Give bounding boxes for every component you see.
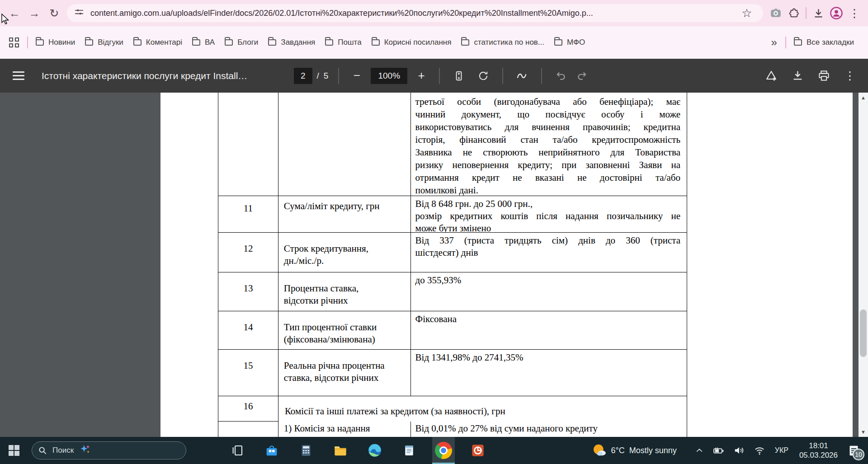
bookmark-folder-vidguky[interactable]: Відгуки — [80, 34, 128, 51]
url-text[interactable]: content.amigo.com.ua/uploads/elFinder/do… — [90, 9, 731, 18]
scrollbar-thumb[interactable] — [860, 309, 867, 357]
edge-browser-button[interactable] — [363, 437, 386, 464]
bookmark-folder-blogy[interactable]: Блоги — [220, 34, 263, 51]
pdf-more-icon[interactable]: ⋮ — [841, 67, 859, 85]
folder-icon — [268, 39, 276, 46]
weather-sun-cloud-icon — [592, 443, 606, 458]
apps-grid-icon[interactable] — [9, 37, 19, 47]
reload-button[interactable]: ↻ — [44, 3, 64, 23]
bookmark-folder-komentari[interactable]: Коментарі — [128, 34, 187, 51]
pdf-menu-icon[interactable] — [13, 71, 24, 80]
network-wifi-icon[interactable] — [754, 445, 765, 456]
download-icon[interactable] — [788, 67, 807, 85]
page-separator: / — [317, 71, 319, 81]
zoom-out-button[interactable]: − — [349, 69, 364, 83]
taskbar-search-input[interactable]: Поиск — [32, 441, 186, 459]
table-row-13: 13 Процентна ставка, відсотки річних до … — [218, 272, 687, 311]
page-number-input[interactable]: 2 — [294, 68, 312, 84]
fit-to-page-icon[interactable] — [450, 67, 468, 85]
mouse-cursor — [1, 14, 11, 27]
zoom-level-input[interactable]: 100% — [371, 68, 407, 84]
bookmarks-divider — [27, 37, 28, 48]
folder-icon — [794, 39, 802, 46]
powerpoint-button[interactable] — [467, 437, 489, 464]
weather-description: Mostly sunny — [629, 446, 677, 455]
pdf-toolbar: Істотні характеристики послуги кредит In… — [0, 59, 868, 93]
file-explorer-button[interactable] — [329, 437, 352, 464]
characteristics-table: третьої особи (вигодонабувача або бенефі… — [218, 93, 687, 437]
microsoft-store-button[interactable] — [260, 437, 283, 464]
folder-icon — [461, 39, 469, 46]
bookmarks-divider — [785, 37, 786, 48]
pdf-viewer-area: третьої особи (вигодонабувача або бенефі… — [0, 93, 868, 437]
clock-widget[interactable]: 18:01 05.03.2026 — [799, 441, 838, 460]
screenshot-camera-icon[interactable] — [767, 4, 785, 22]
add-annotation-icon[interactable] — [762, 67, 780, 85]
bookmark-folder-statystyka[interactable]: статистика по нов... — [456, 34, 549, 51]
pdf-document-title: Істотні характеристики послуги кредит In… — [42, 70, 254, 81]
rotate-icon[interactable] — [474, 67, 492, 85]
address-bar[interactable]: content.amigo.com.ua/uploads/elFinder/do… — [67, 4, 763, 22]
redo-icon[interactable] — [573, 67, 591, 85]
notepad-button[interactable] — [398, 437, 420, 464]
profile-avatar[interactable] — [827, 4, 845, 22]
tray-chevron-icon[interactable] — [695, 446, 704, 455]
task-view-button[interactable] — [226, 437, 249, 464]
clock-date: 05.03.2026 — [799, 450, 838, 460]
language-indicator[interactable]: УКР — [775, 446, 788, 455]
print-icon[interactable] — [815, 67, 833, 85]
annotate-pen-icon[interactable] — [513, 67, 531, 85]
table-row-14: 14 Тип процентної ставки (фіксована/змін… — [218, 311, 687, 350]
windows-taskbar: Поиск 6°C — [0, 437, 868, 464]
toolbar-divider — [806, 7, 807, 19]
table-row-continuation: третьої особи (вигодонабувача або бенефі… — [218, 93, 687, 196]
toolbar-separator — [502, 68, 503, 84]
search-highlights-icon[interactable] — [79, 444, 91, 458]
extensions-puzzle-icon[interactable] — [785, 4, 803, 22]
weather-widget[interactable]: 6°C Mostly sunny — [592, 443, 676, 458]
calculator-button[interactable] — [295, 437, 317, 464]
continuation-text: третьої особи (вигодонабувача або бенефі… — [411, 93, 687, 196]
zoom-in-button[interactable]: + — [414, 69, 429, 83]
action-center-button[interactable]: 10 — [848, 445, 860, 457]
browser-toolbar: ← → ↻ content.amigo.com.ua/uploads/elFin… — [0, 0, 868, 26]
bookmark-folder-poshta[interactable]: Пошта — [320, 34, 366, 51]
clock-time: 18:01 — [799, 441, 838, 450]
folder-icon — [225, 39, 233, 46]
vertical-scrollbar[interactable]: ▲ ▼ — [859, 93, 868, 437]
folder-icon — [372, 39, 380, 46]
folder-icon — [36, 39, 44, 46]
bookmark-folder-va[interactable]: ВА — [187, 34, 220, 51]
toolbar-separator — [541, 68, 542, 84]
bookmark-folder-zavdannya[interactable]: Завдання — [263, 34, 320, 51]
bookmark-folder-novyny[interactable]: Новини — [31, 34, 80, 51]
forward-button[interactable]: → — [24, 3, 44, 23]
search-icon — [38, 446, 47, 455]
bookmark-star-icon[interactable]: ☆ — [738, 4, 756, 22]
browser-menu-icon[interactable]: ⋮ — [845, 4, 863, 22]
forward-icon: → — [29, 7, 40, 20]
speaker-icon[interactable] — [733, 445, 745, 456]
chrome-icon — [435, 442, 452, 459]
folder-icon — [325, 39, 333, 46]
table-row-12: 12 Строк кредитування, дн./міс./р. Від 3… — [218, 233, 687, 272]
scroll-up-icon[interactable]: ▲ — [859, 93, 868, 103]
weather-temperature: 6°C — [611, 446, 624, 455]
undo-icon[interactable] — [552, 67, 570, 85]
folder-icon — [192, 39, 200, 46]
chrome-browser-button[interactable] — [432, 437, 455, 464]
bookmark-folder-korysni[interactable]: Корисні посилання — [367, 34, 457, 51]
site-info-icon[interactable] — [74, 7, 84, 19]
table-row-16: 16 Комісії та інші платежі за кредитом (… — [218, 396, 687, 422]
all-bookmarks-button[interactable]: Все закладки — [789, 34, 859, 51]
downloads-icon[interactable] — [809, 4, 827, 22]
folder-icon — [554, 39, 562, 46]
bookmarks-overflow-icon[interactable]: » — [766, 36, 783, 49]
battery-icon[interactable] — [712, 445, 725, 457]
toolbar-separator — [338, 68, 339, 84]
bookmark-folder-mfo[interactable]: МФО — [549, 34, 590, 51]
page-total: 5 — [324, 71, 329, 81]
scroll-down-icon[interactable]: ▼ — [859, 427, 868, 437]
pdf-page: третьої особи (вигодонабувача або бенефі… — [160, 93, 853, 437]
start-button[interactable] — [0, 437, 28, 464]
